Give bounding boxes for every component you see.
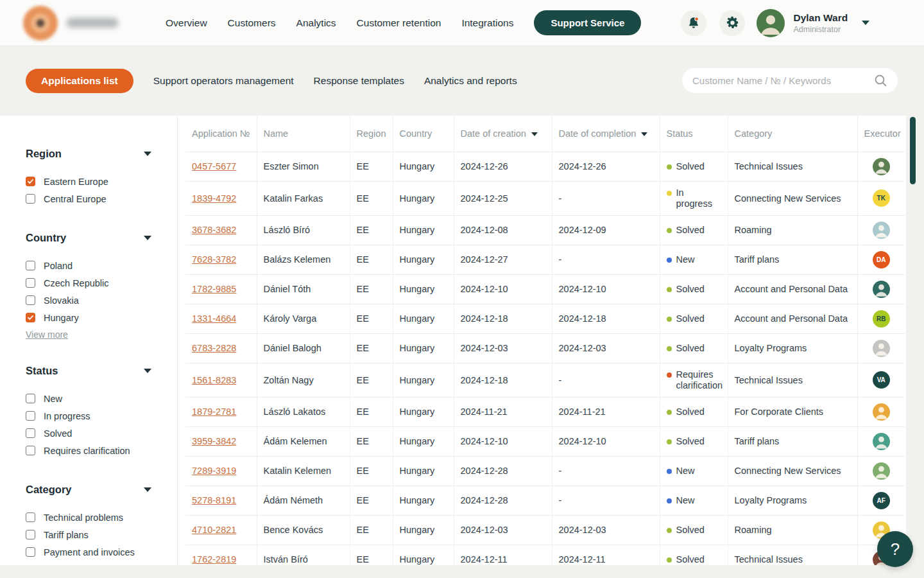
filter-option-requires-clarification[interactable]: Requires clarification <box>26 442 151 459</box>
tab-support-operators-management[interactable]: Support operators management <box>153 75 294 87</box>
filter-header-country[interactable]: Country <box>26 232 151 244</box>
filter-option-hungary[interactable]: Hungary <box>26 309 151 326</box>
application-number-link[interactable]: 7628-3782 <box>192 254 236 265</box>
table-scrollbar-thumb[interactable] <box>910 117 916 184</box>
checkbox[interactable] <box>26 512 35 522</box>
executor-avatar-photo[interactable] <box>873 462 890 480</box>
application-number-link[interactable]: 1782-9885 <box>192 284 236 294</box>
nav-link-customer-retention[interactable]: Customer retention <box>357 17 441 29</box>
view-more-link[interactable]: View more <box>26 564 68 565</box>
executor-avatar-initials[interactable]: AF <box>873 492 890 509</box>
application-number-link[interactable]: 1762-2819 <box>192 554 236 565</box>
application-number-cell: 0457-5677 <box>185 152 257 181</box>
application-number-link[interactable]: 1839-4792 <box>192 193 236 204</box>
filter-option-payment-and-invoices[interactable]: Payment and invoices <box>26 543 151 561</box>
executor-avatar-photo[interactable] <box>873 340 890 357</box>
nav-link-customers[interactable]: Customers <box>228 17 276 29</box>
date-of-creation-cell: 2024-12-08 <box>454 215 552 245</box>
applications-table: Application №NameRegionCountryDate of cr… <box>185 116 905 565</box>
checkbox[interactable] <box>26 547 35 557</box>
filter-option-solved[interactable]: Solved <box>26 425 151 442</box>
application-number-cell: 4710-2821 <box>185 515 257 545</box>
filter-option-new[interactable]: New <box>26 390 151 407</box>
date-of-completion-cell: 2024-12-03 <box>552 333 660 363</box>
help-button[interactable]: ? <box>877 531 913 567</box>
search-input[interactable] <box>692 75 874 86</box>
checkbox[interactable] <box>26 261 35 270</box>
region-cell: EE <box>350 397 393 426</box>
executor-avatar-photo[interactable] <box>873 281 890 298</box>
tab-applications-list[interactable]: Applications list <box>26 69 133 93</box>
nav-link-overview[interactable]: Overview <box>166 17 207 29</box>
filter-option-in-progress[interactable]: In progress <box>26 407 151 425</box>
executor-avatar-initials[interactable]: RB <box>873 310 890 328</box>
nav-link-integrations[interactable]: Integrations <box>461 17 513 29</box>
application-number-link[interactable]: 5278-8191 <box>192 495 236 505</box>
executor-avatar-photo[interactable] <box>873 158 890 175</box>
customer-name-cell: Eszter Simon <box>257 152 350 181</box>
gear-icon <box>725 15 740 30</box>
status-dot-new <box>667 258 672 263</box>
status-dot-in_progress <box>667 191 672 196</box>
application-number-link[interactable]: 1879-2781 <box>192 407 236 417</box>
checkbox[interactable] <box>26 411 35 421</box>
filter-header-status[interactable]: Status <box>26 365 151 377</box>
sort-descending-icon[interactable] <box>641 132 647 136</box>
status-indicator: Solved <box>667 284 721 295</box>
executor-avatar-photo[interactable] <box>873 222 890 239</box>
tab-response-templates[interactable]: Response templates <box>314 75 404 87</box>
checkbox[interactable] <box>26 530 35 539</box>
date-of-completion-cell: 2024-12-10 <box>552 426 660 456</box>
notifications-button[interactable] <box>681 10 706 36</box>
settings-button[interactable] <box>719 10 745 36</box>
checkbox[interactable] <box>26 278 35 288</box>
application-number-link[interactable]: 3678-3682 <box>192 225 236 235</box>
executor-avatar-photo[interactable] <box>873 433 890 450</box>
search-icon[interactable] <box>874 74 887 87</box>
filter-option-label: Slovakia <box>44 295 79 306</box>
sort-descending-icon[interactable] <box>531 132 538 136</box>
filter-option-label: Czech Republic <box>44 278 109 288</box>
user-menu[interactable]: Dylan Ward Administrator <box>757 9 869 37</box>
checkbox[interactable] <box>26 446 35 455</box>
checkbox[interactable] <box>26 394 35 403</box>
application-number-link[interactable]: 1561-8283 <box>192 375 236 385</box>
support-service-button[interactable]: Support Service <box>534 10 641 35</box>
application-number-link[interactable]: 6783-2828 <box>192 343 236 353</box>
region-cell: EE <box>350 545 393 565</box>
checkbox[interactable] <box>26 295 35 305</box>
brand-logo[interactable] <box>23 6 151 40</box>
checkbox-checked[interactable] <box>26 177 35 186</box>
executor-avatar-initials[interactable]: DA <box>873 251 890 268</box>
filter-option-central-europe[interactable]: Central Europe <box>26 190 151 207</box>
filter-option-tariff-plans[interactable]: Tariff plans <box>26 526 151 543</box>
application-number-link[interactable]: 7289-3919 <box>192 466 236 476</box>
filter-option-eastern-europe[interactable]: Eastern Europe <box>26 173 151 190</box>
executor-avatar-initials[interactable]: TK <box>873 189 890 207</box>
filter-header-category[interactable]: Category <box>26 484 151 496</box>
executor-cell: VA <box>857 363 905 397</box>
filter-option-technical-problems[interactable]: Technical problems <box>26 509 151 526</box>
filter-section-region: RegionEastern EuropeCentral Europe <box>26 148 151 207</box>
search-box[interactable] <box>682 68 898 93</box>
nav-link-analytics[interactable]: Analytics <box>296 17 336 29</box>
filter-option-czech-republic[interactable]: Czech Republic <box>26 274 151 292</box>
executor-avatar-photo[interactable] <box>873 403 890 421</box>
date-of-completion-cell: 2024-12-10 <box>552 274 660 304</box>
executor-avatar-initials[interactable]: VA <box>873 371 890 389</box>
checkbox[interactable] <box>26 428 35 438</box>
checkbox-checked[interactable] <box>26 313 35 322</box>
date-of-completion-cell: - <box>552 456 660 486</box>
tab-analytics-and-reports[interactable]: Analytics and reports <box>424 75 517 87</box>
region-cell: EE <box>350 515 393 545</box>
application-number-link[interactable]: 1331-4664 <box>192 313 236 324</box>
checkbox[interactable] <box>26 194 35 204</box>
country-cell: Hungary <box>393 274 454 304</box>
application-number-link[interactable]: 3959-3842 <box>192 436 236 446</box>
application-number-link[interactable]: 0457-5677 <box>192 161 236 171</box>
filter-header-region[interactable]: Region <box>26 148 151 160</box>
filter-option-slovakia[interactable]: Slovakia <box>26 292 151 309</box>
view-more-link[interactable]: View more <box>26 329 68 340</box>
application-number-link[interactable]: 4710-2821 <box>192 525 236 535</box>
filter-option-poland[interactable]: Poland <box>26 257 151 274</box>
